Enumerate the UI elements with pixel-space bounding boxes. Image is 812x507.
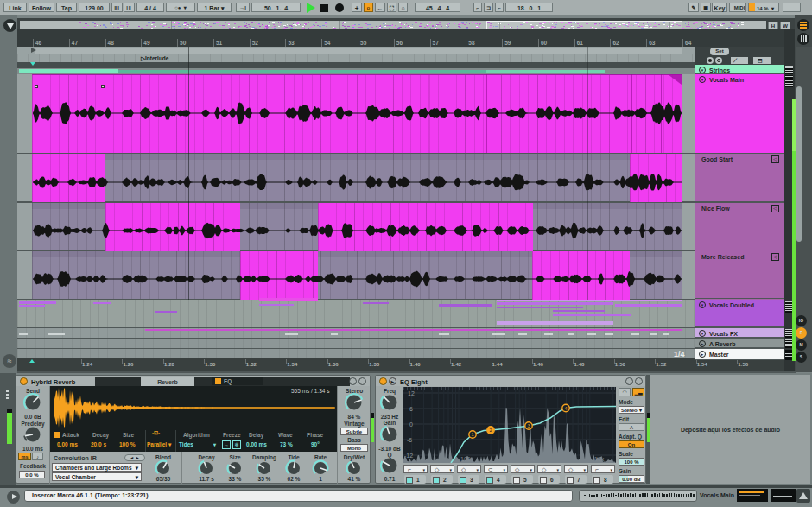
svg-text:100: 100 xyxy=(460,456,471,462)
svg-text:4: 4 xyxy=(564,406,567,411)
svg-text:2: 2 xyxy=(489,428,492,433)
svg-text:3: 3 xyxy=(527,423,530,428)
svg-text:10k: 10k xyxy=(594,456,605,462)
svg-text:1k: 1k xyxy=(528,456,535,462)
svg-text:6: 6 xyxy=(409,406,413,412)
svg-text:-6: -6 xyxy=(407,437,412,443)
svg-text:-12: -12 xyxy=(404,453,413,459)
svg-text:12: 12 xyxy=(408,390,415,396)
svg-text:0: 0 xyxy=(409,421,413,428)
svg-text:1: 1 xyxy=(471,432,473,437)
